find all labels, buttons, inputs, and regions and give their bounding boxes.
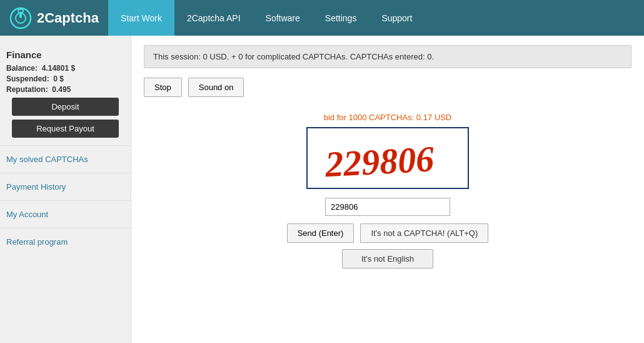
- logo-icon: [9, 7, 32, 29]
- main-nav: Start Work 2Captcha API Software Setting…: [108, 0, 425, 36]
- svg-rect-3: [18, 9, 23, 13]
- nav-support[interactable]: Support: [369, 0, 425, 36]
- sidebar-item-referral[interactable]: Referral program: [0, 228, 131, 255]
- logo-text: 2Captcha: [37, 10, 99, 26]
- balance-label: Balance:: [6, 64, 38, 73]
- action-row: Send (Enter) It's not a CAPTCHA! (ALT+Q): [287, 223, 489, 243]
- nav-start-work[interactable]: Start Work: [108, 0, 174, 36]
- nav-api[interactable]: 2Captcha API: [174, 0, 253, 36]
- balance-row: Balance: 4.14801 $: [6, 64, 124, 73]
- suspended-row: Suspended: 0 $: [6, 74, 124, 83]
- not-captcha-button[interactable]: It's not a CAPTCHA! (ALT+Q): [360, 223, 488, 243]
- captcha-image: 229806: [319, 135, 456, 182]
- reputation-label: Reputation:: [6, 85, 48, 94]
- captcha-input[interactable]: [325, 198, 450, 216]
- logo-area: 2Captcha: [0, 7, 108, 29]
- send-button[interactable]: Send (Enter): [287, 223, 355, 243]
- reputation-value: 0.495: [52, 85, 71, 94]
- header: 2Captcha Start Work 2Captcha API Softwar…: [0, 0, 644, 36]
- main-content: This session: 0 USD. + 0 for complicated…: [131, 36, 644, 343]
- sidebar-item-payment[interactable]: Payment History: [0, 173, 131, 200]
- deposit-button[interactable]: Deposit: [12, 98, 118, 116]
- reputation-row: Reputation: 0.495: [6, 85, 124, 94]
- not-english-button[interactable]: It's not English: [342, 249, 433, 269]
- sidebar-item-account[interactable]: My Account: [0, 200, 131, 228]
- nav-settings[interactable]: Settings: [313, 0, 370, 36]
- suspended-label: Suspended:: [6, 74, 49, 83]
- sidebar: Finance Balance: 4.14801 $ Suspended: 0 …: [0, 36, 131, 343]
- layout: Finance Balance: 4.14801 $ Suspended: 0 …: [0, 36, 644, 343]
- nav-software[interactable]: Software: [253, 0, 313, 36]
- finance-title: Finance: [6, 49, 124, 60]
- captcha-image-box: 229806: [306, 127, 469, 189]
- captcha-area: bid for 1000 CAPTCHAs: 0.17 USD 229806 S…: [131, 106, 644, 275]
- session-bar: This session: 0 USD. + 0 for complicated…: [144, 45, 631, 68]
- sound-button[interactable]: Sound on: [188, 78, 244, 97]
- stop-button[interactable]: Stop: [144, 78, 182, 97]
- balance-value: 4.14801 $: [42, 64, 75, 73]
- controls-row: Stop Sound on: [131, 78, 644, 106]
- svg-text:229806: 229806: [324, 138, 435, 182]
- finance-section: Finance Balance: 4.14801 $ Suspended: 0 …: [0, 42, 131, 145]
- sidebar-item-solved[interactable]: My solved CAPTCHAs: [0, 145, 131, 173]
- svg-rect-2: [19, 13, 22, 18]
- suspended-value: 0 $: [53, 74, 64, 83]
- bid-text: bid for 1000 CAPTCHAs: 0.17 USD: [324, 113, 451, 122]
- payout-button[interactable]: Request Payout: [12, 120, 118, 138]
